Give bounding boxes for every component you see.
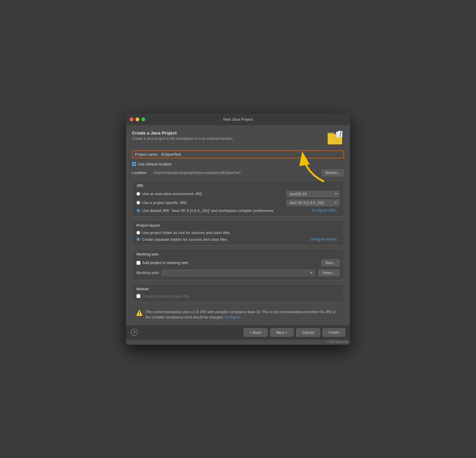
jre-section: JRE Use an execution environment JRE: Ja… (132, 180, 344, 217)
jre-option-3-label: Use default JRE 'Java SE 8 [1.8.0_181]' … (142, 208, 310, 213)
dialog-subtitle: Create a Java project in the workspace o… (132, 137, 234, 141)
location-row: Location: /Users/shimada-tieqiang/eclips… (132, 169, 344, 176)
project-layout-title: Project layout (136, 223, 340, 228)
jre-specific-dropdown[interactable]: Java SE 8 [1.8.0_181] (287, 200, 340, 206)
jre-option-2-label: Use a project specific JRE: (142, 200, 285, 205)
project-name-field[interactable]: Project name: (132, 150, 344, 158)
working-sets-section: Working sets Add project to working sets… (132, 249, 344, 280)
help-button[interactable]: ? (131, 329, 138, 336)
next-button[interactable]: Next > (270, 328, 294, 337)
bottom-buttons: < Back Next > Cancel Finish (244, 328, 345, 337)
traffic-lights (130, 117, 145, 121)
jre-env-dropdown[interactable]: JavaSE-16 (287, 191, 340, 197)
jre-option-2-radio[interactable] (136, 201, 140, 205)
browse-button[interactable]: Browse... (322, 169, 344, 176)
titlebar: New Java Project (126, 114, 350, 125)
new-working-set-button[interactable]: New... (321, 259, 340, 266)
layout-option-1-row: Use project folder as root for sources a… (136, 230, 340, 235)
project-name-label: Project name: (135, 152, 158, 157)
jre-option-3-radio[interactable] (136, 209, 140, 213)
create-module-label: Create module-info.java file (142, 294, 189, 298)
jre-option-1-label: Use an execution environment JRE: (142, 192, 285, 196)
select-working-set-button[interactable]: Select... (318, 269, 340, 276)
layout-option-2-row: Create separate folders for sources and … (136, 237, 340, 242)
add-working-sets-label[interactable]: Add project to working sets (136, 260, 188, 265)
working-sets-dropdown[interactable] (162, 270, 315, 276)
close-button[interactable] (130, 117, 133, 121)
configure-jres-link[interactable]: Configure JREs... (312, 208, 340, 213)
finish-button[interactable]: Finish (323, 328, 345, 337)
default-location-checkbox[interactable] (132, 162, 136, 166)
layout-option-2-label: Create separate folders for sources and … (142, 237, 308, 242)
layout-option-1-label: Use project folder as root for sources a… (142, 230, 340, 235)
jre-option-3-row: Use default JRE 'Java SE 8 [1.8.0_181]' … (136, 208, 340, 213)
header-text: Create a Java Project Create a Java proj… (132, 130, 234, 141)
project-name-input[interactable] (161, 152, 341, 157)
add-to-working-sets-row: Add project to working sets New... (136, 259, 340, 266)
bottom-bar: ? < Back Next > Cancel Finish (126, 325, 350, 340)
configure-default-link[interactable]: Configure default... (310, 237, 340, 241)
jre-option-1-row: Use an execution environment JRE: JavaSE… (136, 191, 340, 197)
watermark: CSDN @Asiced (126, 340, 350, 345)
jre-section-title: JRE (136, 184, 340, 188)
jre-option-2-row: Use a project specific JRE: Java SE 8 [1… (136, 200, 340, 206)
back-button[interactable]: < Back (244, 328, 268, 337)
module-section: Module Create module-info.java file (132, 284, 344, 302)
location-label: Location: (132, 170, 151, 175)
default-location-checkbox-label[interactable]: Use default location (132, 162, 171, 166)
cancel-button[interactable]: Cancel (296, 328, 320, 337)
jre-option-1-radio[interactable] (136, 192, 140, 196)
layout-option-2-radio[interactable] (136, 238, 140, 241)
create-module-checkbox[interactable] (136, 294, 141, 298)
default-location-row: Use default location (132, 162, 344, 166)
default-location-label: Use default location (138, 162, 171, 166)
working-sets-label: Working sets: (136, 271, 160, 275)
location-path: /Users/shimada-tieqiang/eclipse-workspac… (153, 171, 319, 175)
warning-section: ⚠️ The current workspace uses a 1.8 JRE … (132, 306, 344, 323)
module-title: Module (136, 287, 340, 291)
configure-warning-link[interactable]: Configure... (225, 315, 243, 319)
project-layout-section: Project layout Use project folder as roo… (132, 220, 344, 245)
minimize-button[interactable] (135, 117, 139, 121)
header-section: Create a Java Project Create a Java proj… (132, 130, 344, 146)
add-working-sets-checkbox[interactable] (136, 261, 141, 265)
add-working-sets-text: Add project to working sets (142, 260, 188, 265)
working-sets-title: Working sets (136, 252, 340, 256)
working-sets-row: Working sets: Select... (136, 269, 340, 276)
warning-icon: ⚠️ (136, 310, 143, 316)
dialog-title: Create a Java Project (132, 130, 234, 135)
folder-icon (328, 130, 344, 146)
layout-option-1-radio[interactable] (136, 231, 140, 235)
warning-text: The current workspace uses a 1.8 JRE wit… (146, 309, 340, 320)
maximize-button[interactable] (141, 117, 145, 121)
module-checkbox-row: Create module-info.java file (136, 294, 340, 298)
window-title: New Java Project (223, 117, 253, 122)
